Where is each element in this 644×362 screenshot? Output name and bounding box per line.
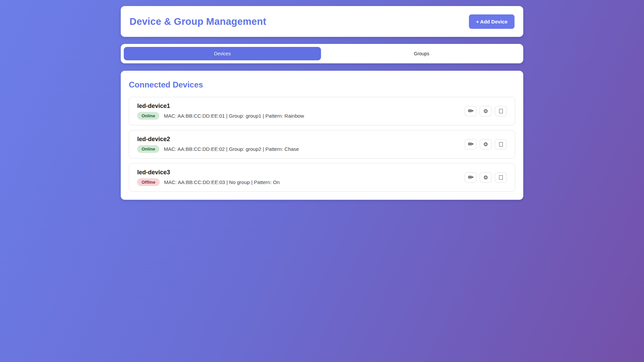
stop-button[interactable] [495, 139, 507, 149]
main-container: Device & Group Management + Add Device D… [121, 6, 523, 200]
stop-button[interactable] [495, 172, 507, 183]
device-info: led-device1 Online MAC: AA:BB:CC:DD:EE:0… [137, 103, 304, 120]
flashlight-icon [468, 109, 474, 114]
device-row: led-device3 Offline MAC: AA:BB:CC:DD:EE:… [129, 163, 515, 192]
gear-icon: ⚙ [483, 175, 488, 180]
device-meta: MAC: AA:BB:CC:DD:EE:02 | Group: group2 |… [164, 146, 299, 152]
square-icon [499, 175, 503, 180]
device-meta: MAC: AA:BB:CC:DD:EE:01 | Group: group1 |… [164, 113, 304, 119]
blink-device-button[interactable] [465, 172, 477, 183]
device-meta: MAC: AA:BB:CC:DD:EE:03 | No group | Patt… [164, 179, 280, 185]
flashlight-icon [468, 142, 474, 147]
tab-groups[interactable]: Groups [323, 47, 520, 60]
settings-button[interactable]: ⚙ [480, 172, 492, 183]
device-name: led-device2 [137, 136, 299, 143]
device-actions: ⚙ [465, 106, 507, 116]
settings-button[interactable]: ⚙ [480, 139, 492, 149]
square-icon [499, 142, 503, 146]
tab-bar: Devices Groups [121, 44, 523, 63]
tab-devices[interactable]: Devices [124, 47, 321, 60]
header-card: Device & Group Management + Add Device [121, 6, 523, 37]
stop-button[interactable] [495, 106, 507, 116]
device-row: led-device2 Online MAC: AA:BB:CC:DD:EE:0… [129, 130, 515, 159]
status-badge: Online [137, 112, 159, 120]
device-subline: Online MAC: AA:BB:CC:DD:EE:02 | Group: g… [137, 145, 299, 153]
device-row: led-device1 Online MAC: AA:BB:CC:DD:EE:0… [129, 97, 515, 125]
status-badge: Offline [137, 178, 160, 186]
blink-device-button[interactable] [465, 106, 477, 116]
device-subline: Offline MAC: AA:BB:CC:DD:EE:03 | No grou… [137, 178, 280, 186]
status-badge: Online [137, 145, 159, 153]
gear-icon: ⚙ [483, 142, 488, 147]
gear-icon: ⚙ [483, 109, 488, 114]
device-actions: ⚙ [465, 139, 507, 149]
device-info: led-device3 Offline MAC: AA:BB:CC:DD:EE:… [137, 169, 280, 186]
add-device-button[interactable]: + Add Device [469, 14, 515, 29]
device-name: led-device1 [137, 103, 304, 110]
section-heading: Connected Devices [129, 80, 515, 89]
device-name: led-device3 [137, 169, 280, 176]
blink-device-button[interactable] [465, 139, 477, 149]
device-subline: Online MAC: AA:BB:CC:DD:EE:01 | Group: g… [137, 112, 304, 120]
connected-devices-card: Connected Devices led-device1 Online MAC… [121, 71, 523, 200]
square-icon [499, 109, 503, 113]
page-title: Device & Group Management [129, 16, 266, 27]
device-info: led-device2 Online MAC: AA:BB:CC:DD:EE:0… [137, 136, 299, 153]
flashlight-icon [468, 175, 474, 180]
settings-button[interactable]: ⚙ [480, 106, 492, 116]
device-actions: ⚙ [465, 172, 507, 183]
